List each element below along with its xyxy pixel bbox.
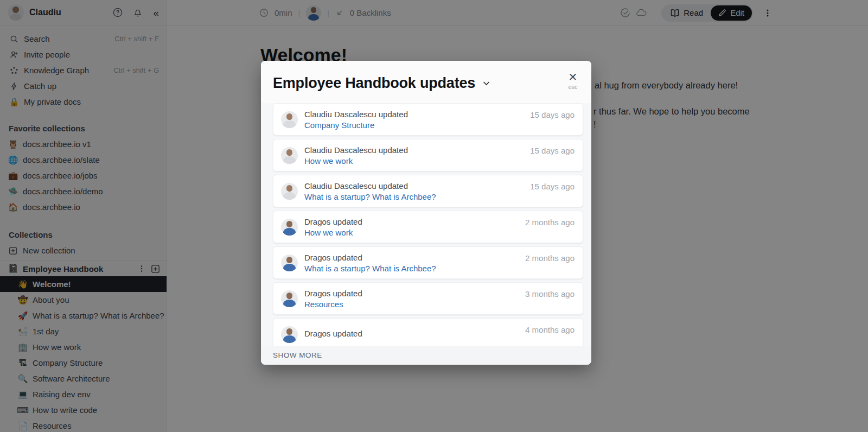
modal-close-button[interactable]: ✕ esc (563, 72, 583, 90)
modal-header: Employee Handbook updates ✕ esc (261, 61, 591, 103)
user-name: Claudiu Dascalescu (304, 145, 376, 155)
action-text: updated (333, 217, 362, 226)
update-summary: Claudiu Dascalescu updated (304, 181, 436, 190)
action-text: updated (333, 289, 362, 298)
doc-link[interactable]: How we work (304, 156, 408, 166)
user-name: Dragos (304, 289, 330, 298)
user-avatar (281, 183, 298, 200)
update-row[interactable]: Dragos updated What is a startup? What i… (273, 246, 583, 279)
user-name: Claudiu Dascalescu (304, 110, 376, 119)
update-summary: Dragos updated (304, 289, 362, 298)
user-name: Dragos (304, 329, 330, 338)
update-row[interactable]: Dragos updated 4 months ago (273, 318, 583, 346)
user-avatar (281, 290, 298, 307)
update-summary: Claudiu Dascalescu updated (304, 110, 408, 119)
doc-link[interactable]: Resources (304, 300, 362, 309)
doc-link[interactable]: What is a startup? What is Archbee? (304, 264, 436, 273)
action-text: updated (379, 110, 408, 119)
update-row[interactable]: Claudiu Dascalescu updated Company Struc… (273, 103, 583, 136)
updates-modal: Employee Handbook updates ✕ esc Claudiu … (261, 61, 591, 365)
timestamp: 2 months ago (525, 211, 575, 227)
user-name: Dragos (304, 253, 330, 262)
modal-title-dropdown[interactable]: Employee Handbook updates (273, 75, 579, 92)
timestamp: 3 months ago (525, 283, 575, 298)
doc-link[interactable]: Company Structure (304, 120, 408, 130)
update-row[interactable]: Claudiu Dascalescu updated What is a sta… (273, 175, 583, 207)
action-text: updated (379, 181, 408, 190)
user-avatar (281, 255, 298, 271)
user-avatar (281, 111, 298, 128)
timestamp: 4 months ago (525, 319, 575, 334)
action-text: updated (379, 145, 408, 155)
modal-title: Employee Handbook updates (273, 75, 475, 92)
timestamp: 15 days ago (530, 139, 575, 155)
action-text: updated (333, 253, 362, 262)
user-name: Claudiu Dascalescu (304, 181, 376, 190)
update-summary: Dragos updated (304, 253, 436, 262)
update-summary: Dragos updated (304, 217, 362, 226)
close-icon: ✕ (563, 72, 583, 82)
update-row[interactable]: Dragos updated Resources 3 months ago (273, 282, 583, 315)
user-avatar (281, 326, 298, 343)
action-text: updated (333, 329, 362, 338)
chevron-down-icon (482, 79, 491, 88)
update-summary: Dragos updated (304, 329, 362, 338)
show-more-button[interactable]: SHOW MORE (273, 351, 322, 359)
user-name: Dragos (304, 217, 330, 226)
doc-link[interactable]: How we work (304, 228, 362, 237)
timestamp: 15 days ago (530, 104, 575, 119)
update-row[interactable]: Dragos updated How we work 2 months ago (273, 211, 583, 243)
user-avatar (281, 147, 298, 164)
updates-list: Claudiu Dascalescu updated Company Struc… (261, 103, 591, 346)
update-summary: Claudiu Dascalescu updated (304, 145, 408, 155)
doc-link[interactable]: What is a startup? What is Archbee? (304, 192, 436, 201)
esc-hint: esc (563, 84, 583, 90)
update-row[interactable]: Claudiu Dascalescu updated How we work 1… (273, 139, 583, 171)
modal-footer: SHOW MORE (261, 346, 591, 365)
timestamp: 15 days ago (530, 175, 575, 191)
timestamp: 2 months ago (525, 247, 575, 263)
user-avatar (281, 219, 298, 236)
